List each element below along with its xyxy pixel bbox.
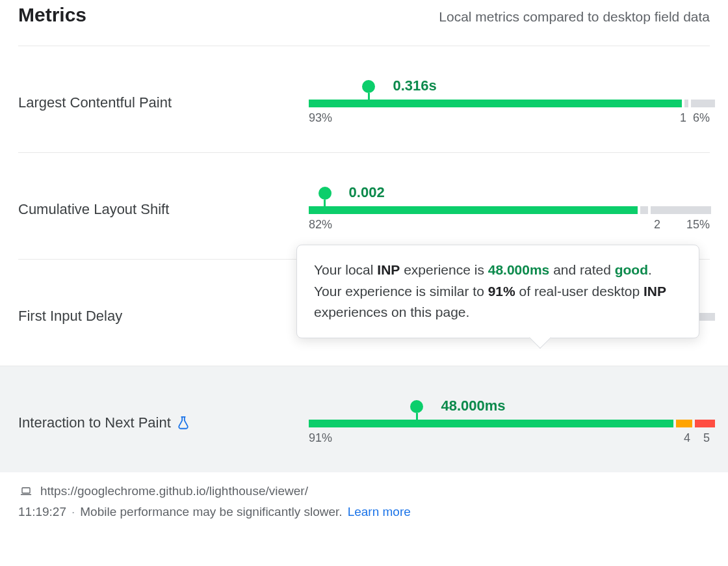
seg-poor-inp [695, 420, 715, 427]
separator-dot: · [72, 505, 75, 519]
metric-label-lcp: Largest Contentful Paint [18, 94, 309, 111]
metric-value-cls: 0.002 [349, 184, 385, 201]
pct-poor-cls: 15% [686, 218, 710, 232]
seg-good-cls [309, 206, 638, 214]
seg-poor-cls [651, 206, 711, 214]
pct-good-cls: 82% [309, 218, 332, 232]
tooltip-abbr-inp-1: INP [377, 262, 400, 277]
pct-poor-lcp: 6% [693, 111, 710, 125]
metrics-footer: https://googlechrome.github.io/lighthous… [18, 484, 710, 519]
metric-label-inp: Interaction to Next Paint [18, 414, 309, 431]
tooltip-abbr-inp-2: INP [644, 284, 666, 299]
pct-needs-cls: 2 [654, 218, 660, 232]
laptop-icon [18, 485, 34, 497]
metric-bar-lcp: 0.316s 93% 1 6% [309, 80, 710, 125]
metric-marker-cls [318, 187, 332, 209]
metric-bar-cls: 0.002 82% 2 15% [309, 187, 710, 232]
metric-tooltip-inp: Your local INP experience is 48.000ms an… [296, 245, 699, 338]
seg-poor-fid [699, 313, 715, 321]
footer-note: Mobile performance may be significantly … [80, 505, 342, 519]
metric-name-lcp: Largest Contentful Paint [18, 94, 172, 111]
svg-rect-0 [22, 488, 30, 493]
metric-name-fid: First Input Delay [18, 308, 122, 325]
metrics-header: Metrics Local metrics compared to deskto… [18, 0, 710, 46]
metric-name-cls: Cumulative Layout Shift [18, 201, 169, 218]
tooltip-rating: good [615, 262, 648, 277]
metric-row-lcp[interactable]: Largest Contentful Paint 0.316s 93% 1 6% [18, 46, 710, 152]
seg-good-inp [309, 420, 674, 427]
flask-icon [176, 415, 190, 431]
metric-label-cls: Cumulative Layout Shift [18, 201, 309, 218]
seg-poor-lcp [691, 100, 715, 107]
tooltip-percentile: 91% [488, 284, 515, 299]
tooltip-value: 48.000ms [488, 262, 550, 277]
pct-needs-inp: 4 [684, 431, 690, 445]
pct-poor-inp: 5 [703, 431, 710, 445]
pct-good-lcp: 93% [309, 111, 332, 125]
metric-bar-inp: 48.000ms 91% 4 5 [309, 400, 710, 445]
footer-time: 11:19:27 [18, 505, 66, 519]
pct-good-inp: 91% [309, 431, 332, 445]
metric-row-inp[interactable]: Interaction to Next Paint 48.000ms 91% 4 [0, 366, 728, 472]
metric-marker-lcp [362, 80, 375, 102]
metric-value-inp: 48.000ms [441, 398, 506, 414]
metric-row-cls[interactable]: Cumulative Layout Shift 0.002 82% 2 15% [18, 152, 710, 259]
learn-more-link[interactable]: Learn more [348, 505, 411, 519]
page-subtitle: Local metrics compared to desktop field … [439, 9, 710, 25]
seg-needs-lcp [684, 100, 688, 107]
metric-name-inp: Interaction to Next Paint [18, 414, 171, 431]
metric-label-fid: First Input Delay [18, 308, 309, 325]
metric-marker-inp [410, 400, 423, 422]
pct-needs-lcp: 1 [680, 111, 686, 125]
footer-url: https://googlechrome.github.io/lighthous… [40, 484, 308, 498]
seg-needs-inp [676, 420, 692, 427]
metric-value-lcp: 0.316s [393, 77, 436, 94]
seg-needs-cls [640, 206, 648, 214]
page-title: Metrics [18, 4, 86, 26]
